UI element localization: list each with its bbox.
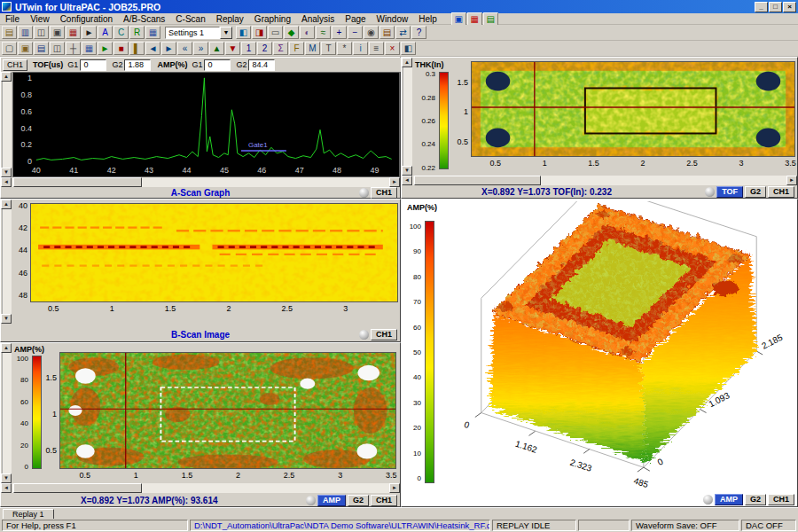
scan-pause-icon[interactable]: ▌ [129,42,145,55]
title-bar[interactable]: UTwin for UltraPAC - JOB25.PRO _ □ × [0,0,798,13]
save-icon[interactable]: ▥ [18,26,33,39]
channel-sphere-icon[interactable] [703,495,713,505]
tile-windows-icon[interactable]: ▦ [467,12,482,26]
ch1-button[interactable]: CH1 [371,329,397,340]
scroll-down-icon[interactable]: ▼ [1,314,12,324]
scroll-right-icon[interactable]: ► [389,483,400,493]
tools-icon[interactable]: T [321,42,336,55]
scroll-down-icon[interactable]: ▼ [1,473,12,483]
gate-icon[interactable]: ◧ [236,26,251,39]
skip-end-icon[interactable]: » [193,42,208,55]
print-page-icon[interactable]: ◫ [50,42,65,55]
scroll-down-icon[interactable]: ▼ [1,168,12,177]
chevron-down-icon[interactable]: ▼ [220,27,232,39]
overlay-icon[interactable]: ◐ [300,26,315,39]
filter-icon[interactable]: F [289,42,304,55]
ch1-button[interactable]: CH1 [768,494,794,505]
refresh-icon[interactable]: ⇄ [395,26,411,39]
channel-2-icon[interactable]: 2 [257,42,272,55]
sum-icon[interactable]: Σ [273,42,288,55]
skip-start-icon[interactable]: « [177,42,192,55]
scan-stop-icon[interactable]: ■ [113,42,129,55]
print-icon[interactable]: ◫ [34,26,49,39]
bscan-vertical-scrollbar[interactable]: ▲▼ [1,200,12,324]
scroll-down-icon[interactable]: ▼ [402,166,412,176]
scroll-right-icon[interactable]: ► [389,177,400,187]
scan-start-icon[interactable]: ► [98,42,113,55]
menu-a-b-scans[interactable]: A/B-Scans [118,13,170,25]
palette-icon[interactable]: ▦ [66,26,81,39]
ascan-window-icon[interactable]: A [98,26,113,39]
grid-icon[interactable]: ▦ [145,26,160,39]
menu-analysis[interactable]: Analysis [296,13,340,25]
pointer-icon[interactable]: ► [82,26,97,39]
ascan-plot[interactable]: Gate1 40414243444546474849 10.80.60.40.2… [12,72,400,177]
forward-icon[interactable]: ► [161,42,176,55]
menu-configuration[interactable]: Configuration [55,13,118,25]
menu-view[interactable]: View [25,13,55,25]
snapshot-icon[interactable]: ◉ [364,26,379,39]
scroll-up-icon[interactable]: ▲ [1,72,12,82]
close-button[interactable]: × [783,2,796,12]
ch1-button[interactable]: CH1 [371,187,397,199]
thk-horizontal-scrollbar[interactable]: ◄► [402,176,797,185]
amp-horizontal-scrollbar[interactable]: ◄► [1,483,400,493]
channel-1-icon[interactable]: 1 [241,42,256,55]
rewind-icon[interactable]: ◄ [145,42,160,55]
cascade-windows-icon[interactable]: ▣ [451,12,466,26]
menu-window[interactable]: Window [372,13,414,25]
ch1-button[interactable]: CH1 [371,495,397,506]
new-page-icon[interactable]: ▢ [2,42,17,55]
g2-button[interactable]: G2 [745,186,766,198]
scroll-left-icon[interactable]: ◄ [402,176,412,185]
scroll-left-icon[interactable]: ◄ [1,177,12,187]
ruler-icon[interactable]: ▭ [268,26,283,39]
channel-sphere-icon[interactable] [359,330,369,340]
zoom-in-icon[interactable]: + [332,26,347,39]
arrange-windows-icon[interactable]: ▤ [483,12,498,26]
ascan-vertical-scrollbar[interactable]: ▲▼ [1,72,12,177]
grid-toggle-icon[interactable]: ▦ [82,42,97,55]
amp-button[interactable]: AMP [317,495,346,506]
scroll-up-icon[interactable]: ▲ [402,58,412,67]
help-icon[interactable]: ? [411,26,426,39]
report-icon[interactable]: ▤ [379,26,395,39]
channel-sphere-icon[interactable] [359,188,369,198]
save-layout-icon[interactable]: ▤ [34,42,49,55]
channel-sphere-icon[interactable] [306,496,316,505]
surface-3d-plot[interactable]: 0 1.162 2.323 485 2.185 1.093 0 [439,201,795,492]
copy-icon[interactable]: ▣ [50,26,65,39]
thk-vertical-scrollbar[interactable]: ▲▼ [402,58,413,176]
info-icon[interactable]: i [353,42,368,55]
menu-c-scan[interactable]: C-Scan [170,13,210,25]
menu-replay[interactable]: Replay [211,13,249,25]
amp-vertical-scrollbar[interactable]: ▲▼ [1,343,12,483]
scroll-right-icon[interactable]: ► [786,176,797,185]
g2-button[interactable]: G2 [745,494,766,505]
menu-file[interactable]: File [0,13,25,25]
maximize-button[interactable]: □ [769,2,782,12]
g2-button[interactable]: G2 [348,495,369,506]
scroll-left-icon[interactable]: ◄ [1,483,12,493]
measure-icon[interactable]: M [305,42,320,55]
tof-button[interactable]: TOF [716,186,743,198]
scroll-up-icon[interactable]: ▲ [1,343,12,353]
marker-icon[interactable]: ◆ [284,26,299,39]
menu-graphing[interactable]: Graphing [249,13,296,25]
gain-down-icon[interactable]: ▼ [225,42,240,55]
settings-dropdown[interactable]: Settings 1 ▼ [165,27,232,39]
dock-icon[interactable]: ◧ [401,42,416,55]
ascan-horizontal-scrollbar[interactable]: ◄► [1,177,400,187]
amp-button[interactable]: AMP [715,494,743,505]
channel-cell[interactable]: CH1 [3,59,27,71]
cursor-icon[interactable]: ◨ [252,26,267,39]
menu-help[interactable]: Help [413,13,442,25]
list-icon[interactable]: ≡ [369,42,384,55]
waveform-icon[interactable]: ≈ [316,26,331,39]
open-layout-icon[interactable]: ▣ [18,42,33,55]
channel-sphere-icon[interactable] [705,187,715,197]
bscan-image-map[interactable] [30,203,398,302]
zoom-out-icon[interactable]: − [348,26,363,39]
ch1-button[interactable]: CH1 [768,186,794,198]
scroll-up-icon[interactable]: ▲ [1,200,12,209]
